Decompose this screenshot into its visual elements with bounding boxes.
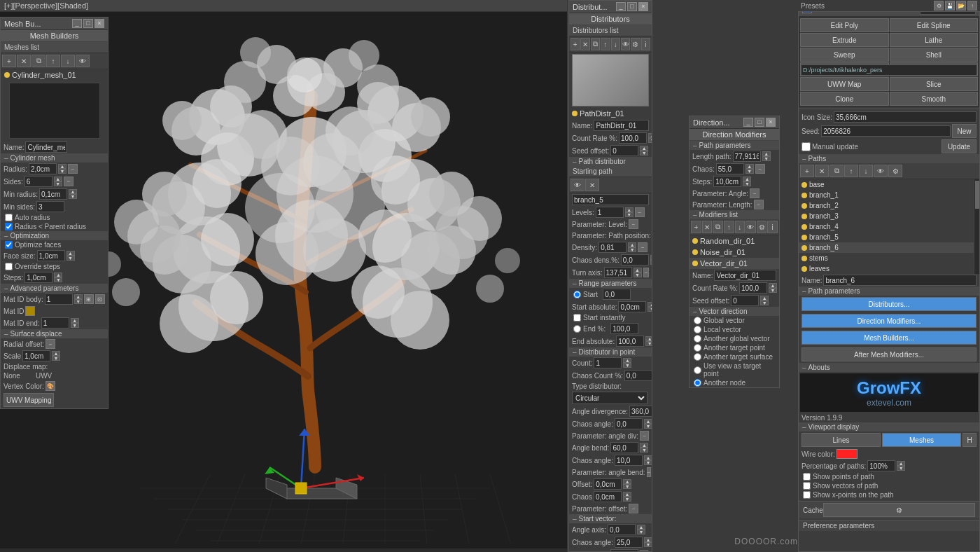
pct-paths-down-btn[interactable]: ▼ xyxy=(897,466,905,471)
path-branch3-item[interactable]: branch_3 xyxy=(799,211,974,221)
dir-export-btn[interactable]: ↑ xyxy=(724,221,734,233)
distributors-btn[interactable]: Distributors... xyxy=(802,297,976,311)
dir-info-btn[interactable]: i xyxy=(767,221,778,233)
mesh-builders-path-btn[interactable]: Mesh Builders... xyxy=(802,331,976,345)
mat-id-end-input[interactable] xyxy=(41,317,69,329)
dir-steps-down-btn[interactable]: ▼ xyxy=(743,181,751,186)
sp-del-btn[interactable]: ✕ xyxy=(585,179,599,191)
levels-icon[interactable]: ~ xyxy=(635,207,645,217)
count-rate-input[interactable] xyxy=(619,132,647,144)
update-btn[interactable]: Update xyxy=(941,139,976,153)
mb-add-btn[interactable]: + xyxy=(2,55,16,67)
mb-down-btn[interactable]: ↓ xyxy=(61,55,75,67)
angle-bend-down-btn[interactable]: ▼ xyxy=(640,448,648,453)
path-display-input[interactable] xyxy=(801,64,977,76)
mat-id-body-input[interactable] xyxy=(45,294,73,305)
dir-count-rate-down-btn[interactable]: ▼ xyxy=(769,288,777,293)
chaos2-down-btn[interactable]: ▼ xyxy=(623,497,631,502)
dir-name-input[interactable] xyxy=(714,270,776,281)
angle-axis-down-btn[interactable]: ▼ xyxy=(637,530,645,534)
path-add-btn[interactable]: + xyxy=(800,165,814,177)
distr-export-btn[interactable]: ↑ xyxy=(601,38,610,50)
new-seed-btn[interactable]: New xyxy=(952,124,976,138)
count-up-btn[interactable]: ▲ xyxy=(623,358,631,363)
chaos-dens-input[interactable] xyxy=(621,254,649,265)
mat-id-body-up-btn[interactable]: ▲ xyxy=(74,294,83,299)
cache-settings-btn[interactable]: ⚙ xyxy=(823,503,975,517)
paths-scroll-thumb[interactable] xyxy=(975,181,979,209)
scale-up-btn[interactable]: ▲ xyxy=(52,351,60,356)
override-steps-checkbox[interactable] xyxy=(5,263,13,270)
paths-section[interactable]: Paths xyxy=(799,154,979,163)
start-vector-section[interactable]: Start vector: xyxy=(569,514,652,523)
dir-add-btn[interactable]: + xyxy=(691,221,701,233)
dir-modifiers-section[interactable]: Modifiers list xyxy=(690,210,779,219)
path-branch4-item[interactable]: branch_4 xyxy=(799,221,974,232)
param-angle-div-icon[interactable]: ~ xyxy=(640,431,649,441)
vector-dir-section[interactable]: Vector direction xyxy=(690,307,779,316)
mat-id-body-icon2[interactable]: ⊡ xyxy=(95,294,105,304)
chaos-angle3-input[interactable] xyxy=(615,537,643,548)
dir-seed-input[interactable] xyxy=(731,295,759,306)
chaos2-input[interactable] xyxy=(594,491,622,502)
h-btn[interactable]: H xyxy=(962,433,976,447)
dir-steps-up-btn[interactable]: ▲ xyxy=(743,177,751,181)
path-branch1-item[interactable]: branch_1 xyxy=(799,190,974,200)
local-vector-radio[interactable] xyxy=(694,326,701,333)
clone-btn[interactable]: Clone xyxy=(800,92,889,106)
dir-count-rate-input[interactable] xyxy=(739,282,767,294)
random-dir-item[interactable]: Random_dir_01 xyxy=(690,235,779,247)
noise-dir-item[interactable]: Noise_dir_01 xyxy=(690,247,779,258)
dir-length-up-btn[interactable]: ▲ xyxy=(762,151,771,156)
dir-count-rate-up-btn[interactable]: ▲ xyxy=(769,283,777,288)
end-abs-input[interactable] xyxy=(616,336,644,347)
levels-up-btn[interactable]: ▲ xyxy=(625,207,634,212)
count-input[interactable] xyxy=(594,357,622,368)
angle-axis-up-btn[interactable]: ▲ xyxy=(637,525,645,530)
angle-div-input[interactable] xyxy=(629,406,652,417)
turn-axis-input[interactable] xyxy=(604,267,632,278)
path-params-section[interactable]: Path parameters xyxy=(799,287,979,296)
gfx-name-input[interactable] xyxy=(823,275,976,286)
mb-close-btn[interactable]: × xyxy=(94,19,104,28)
end-radio[interactable] xyxy=(573,325,581,333)
sweep-btn[interactable]: Sweep xyxy=(800,48,889,62)
mb-restore-btn[interactable]: □ xyxy=(83,19,93,28)
chaos2-up-btn[interactable]: ▲ xyxy=(623,492,631,497)
distr-list-item[interactable]: PathDistr_01 xyxy=(569,108,652,119)
radius-icon[interactable]: ~ xyxy=(68,164,78,174)
paths-scrollbar[interactable] xyxy=(974,179,979,274)
sides-up-btn[interactable]: ▲ xyxy=(54,177,62,181)
param-offset-icon[interactable]: ~ xyxy=(629,504,638,513)
distr-info-btn[interactable]: i xyxy=(641,38,650,50)
dir-chaos-icon[interactable]: ~ xyxy=(755,164,765,174)
dir-seed-down-btn[interactable]: ▼ xyxy=(760,301,769,305)
distr-minimize-btn[interactable]: _ xyxy=(616,2,626,11)
radial-offset-icon[interactable]: ~ xyxy=(46,339,55,349)
turn-axis-down-btn[interactable]: ▼ xyxy=(634,272,642,277)
mb-delete-btn[interactable]: ✕ xyxy=(17,55,31,67)
dir-gear-btn[interactable]: ⚙ xyxy=(757,221,767,233)
param-angle-bend-icon[interactable]: ~ xyxy=(647,467,652,477)
pct-paths-input[interactable] xyxy=(867,460,895,471)
mesh-list-item[interactable]: Cylinder_mesh_01 xyxy=(1,69,108,81)
shell-btn[interactable]: Shell xyxy=(890,48,979,62)
path-base-item[interactable]: base xyxy=(799,179,974,190)
dir-chaos-input[interactable] xyxy=(716,163,744,174)
another-node-radio[interactable] xyxy=(694,379,701,387)
mb-up-btn[interactable]: ↑ xyxy=(46,55,60,67)
density-down-btn[interactable]: ▼ xyxy=(628,247,636,252)
abouts-section[interactable]: Abouts xyxy=(799,363,979,372)
radius-down-btn[interactable]: ▼ xyxy=(58,169,66,174)
distr-name-input[interactable] xyxy=(594,120,649,131)
path-distr-section[interactable]: Path distributor xyxy=(569,157,652,166)
auto-radius-checkbox[interactable] xyxy=(5,214,13,221)
radius-parent-checkbox[interactable] xyxy=(5,223,13,230)
vertex-color-icon[interactable]: 🎨 xyxy=(46,381,55,391)
chaos-angle2-up-btn[interactable]: ▲ xyxy=(644,455,652,460)
face-size-input[interactable] xyxy=(37,250,65,261)
show-vectors-checkbox[interactable] xyxy=(803,482,811,490)
dir-path-section[interactable]: Path parameters xyxy=(690,141,779,150)
dir-minimize-btn[interactable]: _ xyxy=(743,118,753,127)
presets-open-icon[interactable]: 📂 xyxy=(956,1,966,11)
